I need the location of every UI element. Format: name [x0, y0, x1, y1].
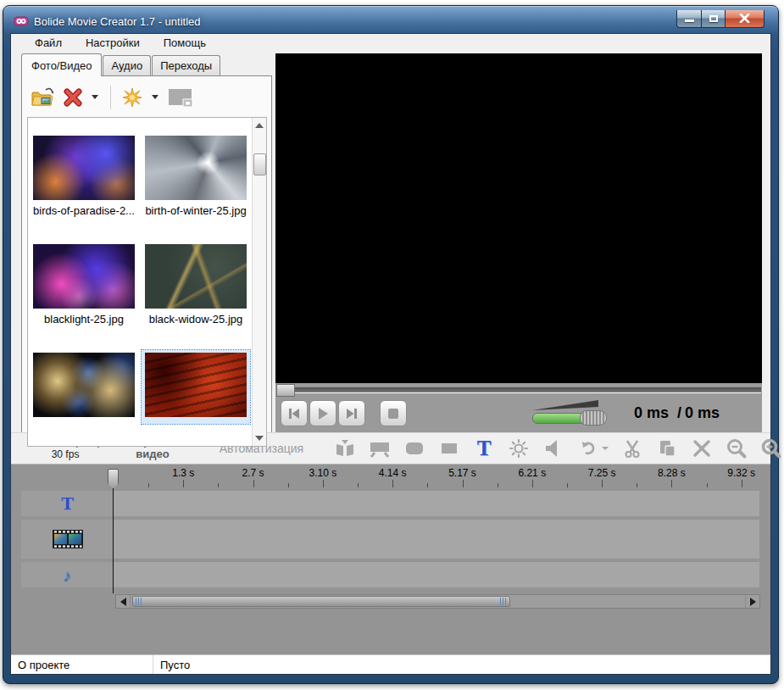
timeline-scrollbar[interactable]	[115, 594, 760, 609]
volume-icon	[543, 438, 564, 459]
text-track[interactable]: T	[21, 491, 759, 516]
volume-slider[interactable]	[532, 399, 609, 428]
scroll-up-icon[interactable]	[255, 123, 264, 128]
scroll-right-button[interactable]	[745, 595, 759, 608]
media-item[interactable]: black-widow-25.jpg	[142, 242, 250, 328]
media-list: birds-of-paradise-2...birth-of-winter-25…	[28, 118, 252, 446]
media-item[interactable]	[30, 350, 138, 424]
scrollbar-thumb[interactable]	[253, 153, 266, 175]
zoom-out-button[interactable]	[726, 437, 748, 459]
app-window: Bolide Movie Creator 1.7 - untitled Файл…	[3, 5, 779, 684]
next-frame-button[interactable]	[338, 400, 365, 426]
add-text-button[interactable]: T	[473, 437, 495, 459]
maximize-icon	[709, 15, 718, 22]
fractal-dark-gold-thumbnail	[145, 244, 247, 309]
audio-track-icon: ♪	[64, 567, 72, 583]
text-track-header[interactable]: T	[21, 491, 114, 516]
timeline-ruler[interactable]: 1.3 s2.7 s3.10 s4.14 s5.17 s6.21 s7.25 s…	[114, 465, 766, 488]
playhead-line	[113, 488, 114, 593]
fractal-gray-spiral-thumbnail	[145, 136, 247, 200]
zoom-in-button[interactable]	[760, 437, 782, 459]
effects-button[interactable]	[120, 85, 145, 110]
slideshow-icon	[167, 86, 194, 109]
toolbar-separator	[110, 86, 111, 109]
media-item[interactable]	[142, 350, 250, 424]
rounded-frame-button[interactable]	[403, 437, 425, 459]
media-item[interactable]: birds-of-paradise-2...	[30, 133, 138, 220]
undo-dropdown-icon[interactable]	[602, 447, 609, 450]
video-track[interactable]	[21, 520, 759, 559]
ruler-tick	[253, 480, 254, 487]
split-clip-icon	[335, 438, 355, 459]
ruler-tick	[148, 483, 149, 487]
media-list-container: birds-of-paradise-2...birth-of-winter-25…	[27, 117, 267, 447]
zoom-in-icon	[760, 437, 782, 459]
cut-button[interactable]	[621, 437, 643, 459]
undo-group	[577, 437, 609, 459]
play-button[interactable]	[309, 400, 336, 426]
media-item[interactable]: blacklight-25.jpg	[30, 242, 138, 328]
timeline-scrollbar-thumb[interactable]	[132, 596, 510, 607]
menu-file[interactable]: Файл	[23, 34, 74, 52]
slideshow-button[interactable]	[165, 85, 196, 110]
media-item[interactable]: birth-of-winter-25.jpg	[142, 133, 250, 220]
photo-video-tab-page: birds-of-paradise-2...birth-of-winter-25…	[21, 75, 272, 451]
paste-button[interactable]	[656, 437, 678, 459]
window-controls	[676, 10, 765, 28]
text-track-lane[interactable]	[114, 491, 759, 516]
app-logo-icon	[14, 14, 29, 28]
scroll-left-button[interactable]	[116, 595, 131, 608]
title-bar[interactable]: Bolide Movie Creator 1.7 - untitled	[10, 6, 771, 33]
minimize-button[interactable]	[676, 10, 702, 28]
brightness-button[interactable]	[508, 437, 530, 459]
add-text-icon: T	[477, 437, 492, 459]
ruler-label: 1.3 s	[153, 467, 213, 479]
split-clip-button[interactable]	[334, 437, 356, 459]
preview-pane: 0 ms/0 ms	[275, 53, 762, 432]
cut-icon	[622, 438, 642, 459]
volume-knob[interactable]	[580, 410, 607, 426]
audio-track-lane[interactable]	[114, 562, 759, 587]
stop-button[interactable]	[380, 400, 407, 426]
effects-star-icon	[121, 86, 143, 109]
crop-rect-button[interactable]	[438, 437, 460, 459]
video-track-header[interactable]	[21, 520, 114, 559]
ruler-tick	[602, 480, 603, 487]
maximize-button[interactable]	[702, 10, 726, 28]
media-panel: Фото/ВидеоАудиоПереходы	[21, 53, 272, 432]
tab-photo-video[interactable]: Фото/Видео	[21, 53, 102, 76]
delete-media-button[interactable]	[61, 86, 85, 109]
undo-icon	[579, 439, 598, 458]
close-button[interactable]	[726, 10, 765, 28]
resolution-line2: 30 fps	[30, 448, 101, 461]
about-project-status[interactable]: О проекте	[11, 655, 153, 674]
effects-dropdown-icon[interactable]	[152, 95, 158, 99]
seek-groove[interactable]	[276, 387, 761, 393]
undo-button[interactable]	[577, 437, 599, 459]
projection-screen-button[interactable]	[369, 437, 391, 459]
volume-button[interactable]	[542, 437, 564, 459]
previous-frame-button[interactable]	[281, 400, 308, 426]
menu-settings[interactable]: Настройки	[74, 34, 152, 52]
audio-track[interactable]: ♪	[21, 562, 759, 587]
scroll-down-icon[interactable]	[255, 436, 264, 441]
delete-dropdown-icon[interactable]	[92, 95, 98, 99]
ruler-label: 8.28 s	[642, 467, 701, 479]
video-track-lane[interactable]	[114, 520, 759, 559]
media-list-scrollbar[interactable]	[252, 118, 266, 446]
audio-track-header[interactable]: ♪	[21, 562, 114, 587]
ruler-label: 3.10 s	[293, 467, 353, 479]
ruler-label: 7.25 s	[572, 467, 631, 479]
menu-help[interactable]: Помощь	[152, 34, 218, 52]
delete-media-icon	[63, 87, 83, 108]
seek-bar[interactable]	[275, 383, 762, 397]
seek-handle[interactable]	[276, 384, 295, 397]
media-toolbar	[27, 81, 267, 117]
tab-audio[interactable]: Аудио	[103, 55, 151, 75]
delete-button[interactable]	[691, 437, 713, 459]
open-media-button[interactable]	[29, 85, 58, 110]
fractal-purple-orange-thumbnail	[33, 136, 135, 200]
minimize-icon	[685, 19, 694, 22]
tab-transitions[interactable]: Переходы	[152, 55, 220, 75]
ruler-tick	[427, 483, 428, 487]
